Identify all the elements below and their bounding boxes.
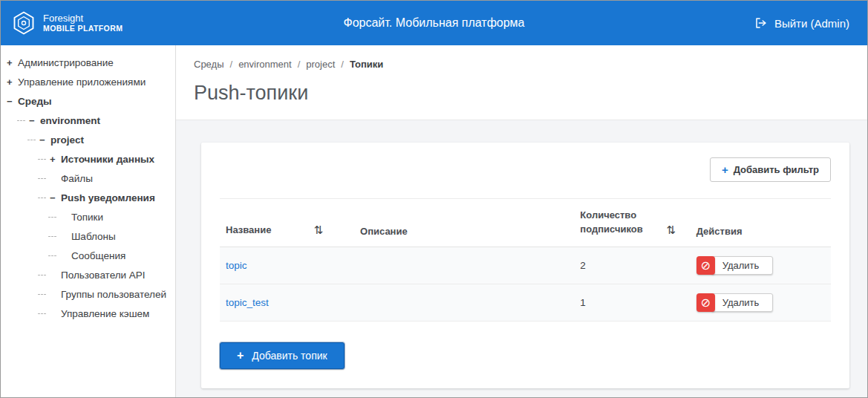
sidebar-item-label: environment — [40, 115, 100, 126]
sidebar-item-label: project — [50, 134, 84, 146]
tree-connector — [27, 140, 36, 140]
breadcrumb-item[interactable]: environment — [238, 59, 292, 70]
breadcrumb-item[interactable]: project — [306, 59, 335, 70]
card-toolbar: + Добавить фильтр — [220, 157, 831, 182]
sidebar-tree-item[interactable]: + Источники данных — [1, 149, 175, 169]
sort-icon[interactable]: ⇅ — [313, 224, 323, 237]
sidebar-item-label: Пользователи API — [61, 270, 146, 281]
tree-connector — [38, 313, 46, 314]
tree-expander-icon[interactable]: + — [7, 57, 18, 68]
sidebar-item-label: Топики — [71, 212, 103, 223]
sidebar-tree-item[interactable]: Файлы — [1, 169, 175, 188]
tree-expander-icon[interactable]: + — [50, 154, 61, 165]
breadcrumb-segment: Топики / — [350, 59, 383, 70]
sidebar-item-label: Администрирование — [18, 57, 114, 68]
table-header-row: Название ⇅ Описание Количество подпи — [220, 199, 831, 247]
column-header-name[interactable]: Название — [226, 224, 271, 235]
sidebar-tree-item[interactable]: Группы пользователей — [1, 284, 175, 304]
tree-connector — [38, 275, 46, 275]
plus-icon: + — [722, 164, 728, 175]
main-content: Среды / environment / project / — [176, 45, 867, 397]
table-row: topic 2 ⊘ Удалить — [220, 247, 831, 284]
content-area: + Добавить фильтр Название ⇅ — [176, 120, 867, 397]
logo[interactable]: Foresight MOBILE PLATFORM — [11, 10, 123, 36]
table-body: topic 2 ⊘ Удалить — [220, 247, 831, 321]
logo-subtitle: MOBILE PLATFORM — [43, 24, 123, 33]
topic-link[interactable]: topic_test — [226, 297, 269, 308]
logo-text: Foresight MOBILE PLATFORM — [43, 13, 123, 33]
topic-description — [354, 247, 574, 284]
tree-expander-icon[interactable]: − — [29, 115, 40, 126]
tree-connector — [38, 159, 46, 160]
tree-connector — [17, 120, 25, 121]
delete-button[interactable]: ⊘ Удалить — [696, 293, 774, 312]
add-filter-button[interactable]: + Добавить фильтр — [710, 157, 831, 182]
sidebar-tree: + Администрирование + Управление приложе… — [1, 53, 175, 323]
add-topic-label: Добавить топик — [252, 350, 327, 362]
tree-connector — [38, 198, 46, 198]
tree-connector — [48, 255, 56, 256]
breadcrumb-item[interactable]: Среды — [194, 59, 224, 70]
sidebar-tree-item[interactable]: − project — [1, 130, 175, 149]
sidebar-tree-item[interactable]: Управление кэшем — [1, 304, 175, 323]
sidebar-tree-item[interactable]: Сообщения — [1, 246, 175, 265]
sidebar-tree-item[interactable]: − Среды — [1, 91, 175, 111]
tree-expander-icon[interactable]: − — [39, 134, 50, 146]
logo-icon — [11, 10, 36, 36]
breadcrumb: Среды / environment / project / — [194, 59, 849, 70]
delete-button-label: Удалить — [711, 293, 774, 312]
topic-subscribers: 1 — [574, 284, 690, 321]
column-header-description: Описание — [360, 226, 408, 237]
sidebar-item-label: Шаблоны — [71, 231, 116, 242]
sidebar-item-label: Источники данных — [61, 154, 154, 165]
breadcrumb-separator: / — [230, 59, 233, 70]
tree-expander-icon[interactable]: − — [50, 192, 61, 203]
sidebar-tree-item[interactable]: − Push уведомления — [1, 188, 175, 207]
topics-card: + Добавить фильтр Название ⇅ — [201, 143, 849, 388]
sidebar-item-label: Сообщения — [71, 250, 125, 261]
sidebar-item-label: Файлы — [61, 173, 93, 184]
sidebar-tree-item[interactable]: Пользователи API — [1, 265, 175, 284]
column-header-actions: Действия — [696, 226, 743, 237]
logo-title: Foresight — [43, 13, 123, 25]
sidebar-item-label: Среды — [18, 96, 52, 107]
logout-button[interactable]: Выйти (Admin) — [754, 16, 849, 30]
tree-expander-icon[interactable]: − — [7, 96, 18, 107]
tree-expander-icon[interactable]: + — [7, 76, 18, 88]
sidebar-item-label: Push уведомления — [61, 192, 155, 203]
delete-button-label: Удалить — [711, 256, 774, 275]
topics-table: Название ⇅ Описание Количество подпи — [220, 198, 831, 322]
app-title: Форсайт. Мобильная платформа — [344, 16, 525, 30]
tree-connector — [48, 236, 56, 237]
topic-link[interactable]: topic — [226, 260, 247, 271]
app-window: Foresight MOBILE PLATFORM Форсайт. Мобил… — [0, 0, 868, 398]
sidebar-tree-item[interactable]: Топики — [1, 207, 175, 226]
breadcrumb-segment: Среды / — [194, 59, 238, 70]
tree-connector — [38, 178, 46, 179]
breadcrumb-separator: / — [341, 59, 344, 70]
topic-subscribers: 2 — [574, 247, 690, 284]
tree-connector — [48, 217, 56, 218]
delete-icon: ⊘ — [696, 256, 715, 275]
sidebar-tree-item[interactable]: − environment — [1, 111, 175, 130]
sidebar-tree-item[interactable]: + Управление приложениями — [1, 72, 175, 91]
sidebar-item-label: Группы пользователей — [61, 289, 166, 300]
sidebar-tree-item[interactable]: + Администрирование — [1, 53, 175, 72]
page-topbar: Среды / environment / project / — [176, 45, 867, 120]
add-filter-label: Добавить фильтр — [734, 164, 819, 175]
body-layout: + Администрирование + Управление приложе… — [1, 45, 867, 397]
column-header-subscribers[interactable]: Количество подписчиков — [580, 209, 654, 237]
tree-connector — [38, 294, 46, 295]
logout-label: Выйти (Admin) — [774, 17, 849, 30]
breadcrumb-item[interactable]: Топики — [350, 59, 383, 70]
delete-button[interactable]: ⊘ Удалить — [696, 256, 774, 275]
sidebar-item-label: Управление кэшем — [61, 308, 149, 319]
sidebar-tree-item[interactable]: Шаблоны — [1, 226, 175, 246]
add-topic-button[interactable]: + Добавить топик — [220, 342, 345, 369]
page-title: Push-топики — [194, 82, 849, 105]
sort-icon[interactable]: ⇅ — [666, 224, 676, 237]
breadcrumb-segment: project / — [306, 59, 350, 70]
logout-icon — [754, 16, 768, 30]
breadcrumb-segment: environment / — [238, 59, 306, 70]
delete-icon: ⊘ — [696, 293, 715, 312]
